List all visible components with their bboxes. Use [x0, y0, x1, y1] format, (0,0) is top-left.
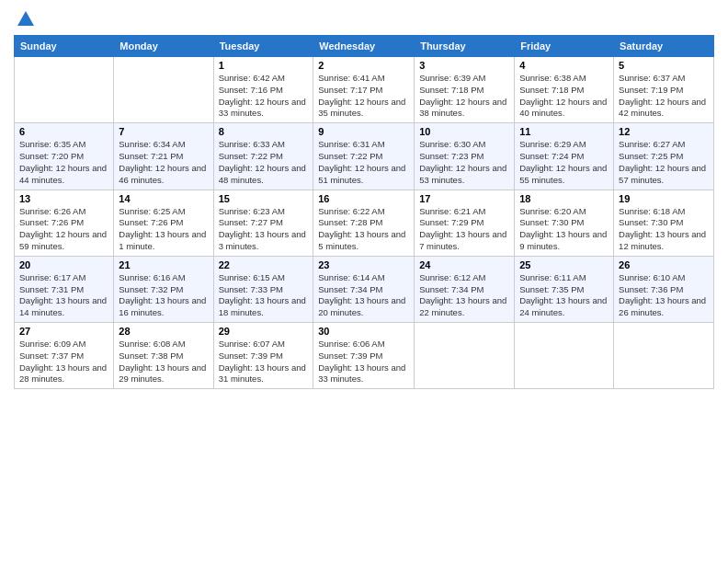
- calendar-cell: 7Sunrise: 6:34 AMSunset: 7:21 PMDaylight…: [114, 123, 213, 190]
- day-number: 4: [519, 60, 609, 71]
- day-info: Sunrise: 6:07 AMSunset: 7:39 PMDaylight:…: [219, 339, 309, 385]
- day-info: Sunrise: 6:20 AMSunset: 7:30 PMDaylight:…: [519, 206, 609, 253]
- calendar-cell: 6Sunrise: 6:35 AMSunset: 7:20 PMDaylight…: [15, 123, 114, 190]
- day-info: Sunrise: 6:29 AMSunset: 7:24 PMDaylight:…: [519, 139, 609, 186]
- day-number: 20: [19, 259, 108, 270]
- calendar-cell: 28Sunrise: 6:08 AMSunset: 7:38 PMDayligh…: [114, 323, 213, 389]
- weekday-header-tuesday: Tuesday: [213, 36, 313, 57]
- day-number: 21: [119, 259, 208, 270]
- calendar-cell: 20Sunrise: 6:17 AMSunset: 7:31 PMDayligh…: [15, 256, 114, 322]
- calendar-cell: 21Sunrise: 6:16 AMSunset: 7:32 PMDayligh…: [114, 256, 213, 322]
- day-number: 17: [419, 193, 509, 204]
- calendar-cell: 8Sunrise: 6:33 AMSunset: 7:22 PMDaylight…: [213, 123, 313, 190]
- calendar-cell: 25Sunrise: 6:11 AMSunset: 7:35 PMDayligh…: [515, 256, 614, 322]
- day-number: 19: [619, 193, 709, 204]
- week-row-3: 13Sunrise: 6:26 AMSunset: 7:26 PMDayligh…: [15, 190, 714, 256]
- week-row-1: 1Sunrise: 6:42 AMSunset: 7:16 PMDaylight…: [15, 57, 714, 123]
- day-number: 1: [219, 60, 309, 71]
- day-info: Sunrise: 6:22 AMSunset: 7:28 PMDaylight:…: [318, 206, 409, 253]
- day-info: Sunrise: 6:26 AMSunset: 7:26 PMDaylight:…: [19, 206, 108, 253]
- day-info: Sunrise: 6:30 AMSunset: 7:23 PMDaylight:…: [419, 139, 509, 186]
- day-number: 3: [419, 60, 509, 71]
- day-info: Sunrise: 6:38 AMSunset: 7:18 PMDaylight:…: [519, 73, 609, 120]
- day-info: Sunrise: 6:16 AMSunset: 7:32 PMDaylight:…: [119, 272, 208, 319]
- calendar-cell: 1Sunrise: 6:42 AMSunset: 7:16 PMDaylight…: [213, 57, 313, 123]
- weekday-header-friday: Friday: [515, 36, 614, 57]
- day-number: 6: [19, 126, 108, 137]
- day-number: 2: [318, 60, 409, 71]
- calendar-cell: 15Sunrise: 6:23 AMSunset: 7:27 PMDayligh…: [213, 190, 313, 256]
- day-info: Sunrise: 6:11 AMSunset: 7:35 PMDaylight:…: [519, 272, 609, 319]
- day-number: 10: [419, 126, 509, 137]
- calendar-cell: 14Sunrise: 6:25 AMSunset: 7:26 PMDayligh…: [114, 190, 213, 256]
- calendar-cell: 13Sunrise: 6:26 AMSunset: 7:26 PMDayligh…: [15, 190, 114, 256]
- weekday-header-row: SundayMondayTuesdayWednesdayThursdayFrid…: [15, 36, 714, 57]
- day-number: 22: [219, 259, 309, 270]
- calendar-cell: 5Sunrise: 6:37 AMSunset: 7:19 PMDaylight…: [614, 57, 714, 123]
- day-number: 14: [119, 193, 208, 204]
- calendar-cell: 17Sunrise: 6:21 AMSunset: 7:29 PMDayligh…: [415, 190, 515, 256]
- calendar-cell: 29Sunrise: 6:07 AMSunset: 7:39 PMDayligh…: [213, 323, 313, 389]
- page-header: [14, 9, 714, 28]
- day-number: 25: [519, 259, 609, 270]
- day-number: 8: [219, 126, 309, 137]
- day-info: Sunrise: 6:25 AMSunset: 7:26 PMDaylight:…: [119, 206, 208, 253]
- calendar-cell: 22Sunrise: 6:15 AMSunset: 7:33 PMDayligh…: [213, 256, 313, 322]
- logo: [14, 9, 36, 28]
- calendar-cell: [114, 57, 213, 123]
- calendar-cell: 16Sunrise: 6:22 AMSunset: 7:28 PMDayligh…: [313, 190, 415, 256]
- day-number: 13: [19, 193, 108, 204]
- day-number: 11: [519, 126, 609, 137]
- day-info: Sunrise: 6:18 AMSunset: 7:30 PMDaylight:…: [619, 206, 709, 253]
- calendar-cell: 11Sunrise: 6:29 AMSunset: 7:24 PMDayligh…: [515, 123, 614, 190]
- day-number: 5: [619, 60, 709, 71]
- svg-marker-0: [17, 11, 34, 26]
- week-row-2: 6Sunrise: 6:35 AMSunset: 7:20 PMDaylight…: [15, 123, 714, 190]
- day-info: Sunrise: 6:37 AMSunset: 7:19 PMDaylight:…: [619, 73, 709, 120]
- weekday-header-saturday: Saturday: [614, 36, 714, 57]
- day-info: Sunrise: 6:42 AMSunset: 7:16 PMDaylight:…: [219, 73, 309, 120]
- day-number: 15: [219, 193, 309, 204]
- day-info: Sunrise: 6:14 AMSunset: 7:34 PMDaylight:…: [318, 272, 409, 319]
- calendar-cell: 19Sunrise: 6:18 AMSunset: 7:30 PMDayligh…: [614, 190, 714, 256]
- day-info: Sunrise: 6:17 AMSunset: 7:31 PMDaylight:…: [19, 272, 108, 319]
- day-info: Sunrise: 6:31 AMSunset: 7:22 PMDaylight:…: [318, 139, 409, 186]
- calendar-page: SundayMondayTuesdayWednesdayThursdayFrid…: [0, 0, 728, 563]
- weekday-header-sunday: Sunday: [15, 36, 114, 57]
- day-number: 16: [318, 193, 409, 204]
- day-number: 18: [519, 193, 609, 204]
- day-info: Sunrise: 6:39 AMSunset: 7:18 PMDaylight:…: [419, 73, 509, 120]
- day-info: Sunrise: 6:23 AMSunset: 7:27 PMDaylight:…: [219, 206, 309, 253]
- calendar-cell: 10Sunrise: 6:30 AMSunset: 7:23 PMDayligh…: [415, 123, 515, 190]
- calendar-cell: 12Sunrise: 6:27 AMSunset: 7:25 PMDayligh…: [614, 123, 714, 190]
- calendar-cell: 3Sunrise: 6:39 AMSunset: 7:18 PMDaylight…: [415, 57, 515, 123]
- calendar-cell: [515, 323, 614, 389]
- calendar-cell: 23Sunrise: 6:14 AMSunset: 7:34 PMDayligh…: [313, 256, 415, 322]
- calendar-cell: 18Sunrise: 6:20 AMSunset: 7:30 PMDayligh…: [515, 190, 614, 256]
- day-number: 28: [119, 326, 208, 337]
- day-info: Sunrise: 6:15 AMSunset: 7:33 PMDaylight:…: [219, 272, 309, 319]
- day-info: Sunrise: 6:35 AMSunset: 7:20 PMDaylight:…: [19, 139, 108, 186]
- day-number: 30: [318, 326, 409, 337]
- day-number: 12: [619, 126, 709, 137]
- day-number: 26: [619, 259, 709, 270]
- weekday-header-thursday: Thursday: [415, 36, 515, 57]
- day-info: Sunrise: 6:10 AMSunset: 7:36 PMDaylight:…: [619, 272, 709, 319]
- day-info: Sunrise: 6:41 AMSunset: 7:17 PMDaylight:…: [318, 73, 409, 120]
- calendar-cell: 4Sunrise: 6:38 AMSunset: 7:18 PMDaylight…: [515, 57, 614, 123]
- weekday-header-wednesday: Wednesday: [313, 36, 415, 57]
- day-number: 24: [419, 259, 509, 270]
- day-info: Sunrise: 6:27 AMSunset: 7:25 PMDaylight:…: [619, 139, 709, 186]
- day-info: Sunrise: 6:09 AMSunset: 7:37 PMDaylight:…: [19, 339, 108, 385]
- logo-icon: [16, 9, 36, 29]
- day-number: 7: [119, 126, 208, 137]
- calendar-cell: 9Sunrise: 6:31 AMSunset: 7:22 PMDaylight…: [313, 123, 415, 190]
- day-number: 9: [318, 126, 409, 137]
- calendar-cell: 30Sunrise: 6:06 AMSunset: 7:39 PMDayligh…: [313, 323, 415, 389]
- calendar-cell: 24Sunrise: 6:12 AMSunset: 7:34 PMDayligh…: [415, 256, 515, 322]
- calendar-table: SundayMondayTuesdayWednesdayThursdayFrid…: [14, 35, 714, 389]
- day-info: Sunrise: 6:06 AMSunset: 7:39 PMDaylight:…: [318, 339, 409, 385]
- weekday-header-monday: Monday: [114, 36, 213, 57]
- day-info: Sunrise: 6:34 AMSunset: 7:21 PMDaylight:…: [119, 139, 208, 186]
- calendar-cell: 27Sunrise: 6:09 AMSunset: 7:37 PMDayligh…: [15, 323, 114, 389]
